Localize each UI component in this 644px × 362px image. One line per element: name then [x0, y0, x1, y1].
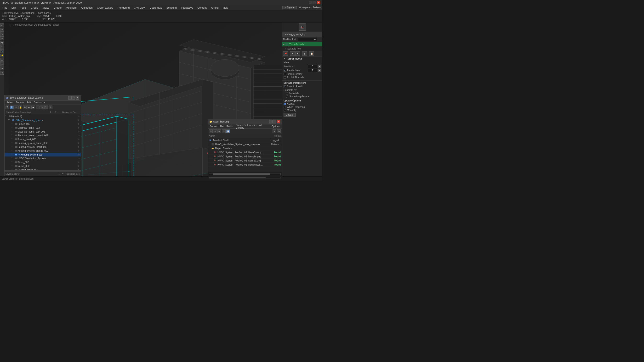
at-item-metallic[interactable]: 🖼 HVAC_System_Rooftop_02_Metallic.png Fo… [208, 155, 282, 159]
cables-settings[interactable]: ⚙ [77, 122, 80, 126]
at-menu-file[interactable]: File [219, 125, 224, 128]
rotate-tool-btn[interactable]: ↻ [0, 32, 4, 36]
at-item-max[interactable]: ⬛ HVAC_Ventilation_System_max_vray.max N… [208, 142, 282, 146]
frame-settings[interactable]: ⚙ [77, 138, 80, 141]
menu-file[interactable]: File [1, 6, 9, 9]
at-bottom-scrollbar[interactable] [209, 177, 281, 178]
layer-item-elec-cap[interactable]: ○Electrical_panel_cap_002⚙ [4, 130, 81, 133]
at-help-btn[interactable]: ? [272, 129, 276, 133]
layer-item-hs-frame[interactable]: ○Heating_system_frame_002⚙ [4, 141, 81, 145]
layer-item-racks[interactable]: ○Racks_002⚙ [4, 164, 81, 168]
always-radio[interactable] [284, 103, 286, 105]
elec-cap-settings[interactable]: ⚙ [77, 130, 80, 133]
se-select-all-btn[interactable]: ☰ [6, 105, 9, 109]
rp-pin-btn[interactable]: 📌 [283, 51, 288, 56]
menu-rendering[interactable]: Rendering [116, 6, 132, 9]
modifier-turbosmooth[interactable]: ▶ TurboSmooth [282, 42, 322, 46]
at-minimize-btn[interactable]: — [269, 120, 272, 123]
se-render-btn[interactable]: ◉ [31, 105, 35, 109]
hs-frame-settings[interactable]: ⚙ [77, 141, 80, 145]
at-menu-server[interactable]: Server [209, 125, 218, 128]
at-list-btn[interactable]: ≡ [213, 129, 217, 133]
menu-scripting[interactable]: Scripting [164, 6, 179, 9]
at-found-btn[interactable]: 📋 [226, 129, 230, 133]
helpers-btn[interactable]: ⊕ [0, 62, 4, 66]
at-menu-paths[interactable]: Paths [226, 125, 234, 128]
rp-move-up-btn[interactable]: ▲ [290, 51, 295, 56]
layer-item-default[interactable]: ○ 0 (default) ⚙ [4, 114, 81, 118]
menu-civil-view[interactable]: Civil View [132, 6, 147, 9]
at-item-maps-folder[interactable]: 📂 Maps / Shaders [208, 146, 282, 150]
layer-item-elec-panel[interactable]: ○Electrical_panel_002⚙ [4, 126, 81, 130]
se-color-btn[interactable]: ⬛ [44, 105, 48, 109]
se-box-btn[interactable]: □ [36, 105, 40, 109]
systems-btn[interactable]: ⚙ [0, 71, 4, 75]
maximize-button[interactable]: □ [313, 1, 316, 4]
at-item-normal[interactable]: 🖼 HVAC_System_Rooftop_02_Normal.png Foun… [208, 159, 282, 163]
modifier-dropdown[interactable] [298, 38, 317, 41]
se-layer-label[interactable]: Layer Explorer [6, 173, 20, 175]
link-btn[interactable]: ⛓ [0, 41, 4, 44]
menu-help[interactable]: Help [221, 6, 230, 9]
menu-tools[interactable]: Tools [18, 6, 28, 9]
rp-delete-btn[interactable]: 🗑 [302, 51, 307, 56]
at-grid-btn[interactable]: ⊞ [218, 129, 221, 133]
menu-interactive[interactable]: Interactive [179, 6, 195, 9]
menu-customize[interactable]: Customize [148, 6, 164, 9]
shapes-btn[interactable]: △ [0, 58, 4, 62]
hs-top-settings[interactable]: ⚙ [77, 153, 80, 156]
layer-item-cables[interactable]: ○Cables_002⚙ [4, 122, 81, 126]
at-settings-btn[interactable]: ⚙ [277, 129, 281, 133]
se-lock-btn[interactable]: 🔒 [18, 105, 22, 109]
at-item-basecolor[interactable]: 🖼 HVAC_System_Rooftop_02_BaseColor.png F… [208, 150, 282, 155]
at-close-btn[interactable]: ✕ [277, 120, 280, 123]
rp-copy-btn[interactable]: 📋 [309, 51, 314, 56]
at-horizontal-scrollbar[interactable] [209, 173, 281, 175]
se-eye-btn[interactable]: 👁 [23, 105, 26, 109]
se-close-btn[interactable]: ✕ [76, 96, 79, 99]
at-item-vault[interactable]: 🏛 Autodesk Vault Logged... [208, 138, 282, 142]
pipes-settings[interactable]: ⚙ [77, 161, 80, 164]
layer-settings-default[interactable]: ⚙ [77, 115, 80, 118]
move-tool-btn[interactable]: ✛ [0, 28, 4, 31]
ts-iterations-spinner[interactable]: ▲ [318, 65, 321, 68]
hs-stands-settings[interactable]: ⚙ [77, 149, 80, 152]
se-maximize-btn[interactable]: □ [72, 96, 76, 99]
se-select-menu[interactable]: Select [6, 101, 14, 104]
layer-item-hvac-parent[interactable]: ▶ HVAC_Ventilation_System ⚙ [4, 118, 81, 122]
hvac-sys-settings[interactable]: ⚙ [77, 157, 80, 160]
se-wire-btn[interactable]: ⬡ [40, 105, 44, 109]
ts-render-iters-checkbox[interactable] [284, 69, 286, 71]
layer-item-hvac-system[interactable]: ○HVAC_Ventilation_System⚙ [4, 156, 81, 160]
menu-modifiers[interactable]: Modifiers [64, 6, 78, 9]
se-minimize-btn[interactable]: — [68, 96, 72, 99]
se-bottom-icon2[interactable]: ▼ [61, 172, 64, 176]
layer-item-frame-inset[interactable]: ○Frame_Inset_003⚙ [4, 137, 81, 141]
se-customize-menu[interactable]: Customize [33, 101, 46, 104]
layer-item-elec-ctrl[interactable]: ○Electrical_panel_control_002⚙ [4, 133, 81, 137]
at-missing-btn[interactable]: ⚠ [222, 129, 226, 133]
menu-views[interactable]: Views [40, 6, 51, 9]
elec-settings[interactable]: ⚙ [77, 126, 80, 129]
smooth-result-checkbox[interactable] [284, 85, 286, 88]
ts-explicit-checkbox[interactable] [284, 76, 286, 79]
ts-render-iters-spinner[interactable]: ▲ [318, 69, 321, 72]
scale-tool-btn[interactable]: ⊠ [0, 36, 4, 40]
se-display-menu[interactable]: Display [15, 101, 25, 104]
materials-radio[interactable] [286, 92, 288, 95]
menu-content[interactable]: Content [196, 6, 208, 9]
at-maximize-btn[interactable]: □ [273, 120, 276, 123]
menu-create[interactable]: Create [52, 6, 64, 9]
sign-in-button[interactable]: ⊙ Sign In [282, 6, 297, 9]
layer-item-hs-stands[interactable]: ○Heating_system_stands_002⚙ [4, 149, 81, 153]
smoothing-groups-radio[interactable] [286, 95, 288, 98]
hs-insert-settings[interactable]: ⚙ [77, 145, 80, 149]
support-settings[interactable]: ⚙ [77, 168, 80, 170]
racks-settings[interactable]: ⚙ [77, 164, 80, 168]
layer-item-hs-insert[interactable]: ○Heating_system_insert_002⚙ [4, 145, 81, 149]
ts-isoline-checkbox[interactable] [284, 73, 286, 75]
at-menu-options[interactable]: Options [271, 125, 281, 128]
ts-iterations-input[interactable] [308, 65, 317, 68]
close-button[interactable]: ✕ [317, 1, 320, 4]
when-rendering-radio[interactable] [284, 106, 286, 108]
